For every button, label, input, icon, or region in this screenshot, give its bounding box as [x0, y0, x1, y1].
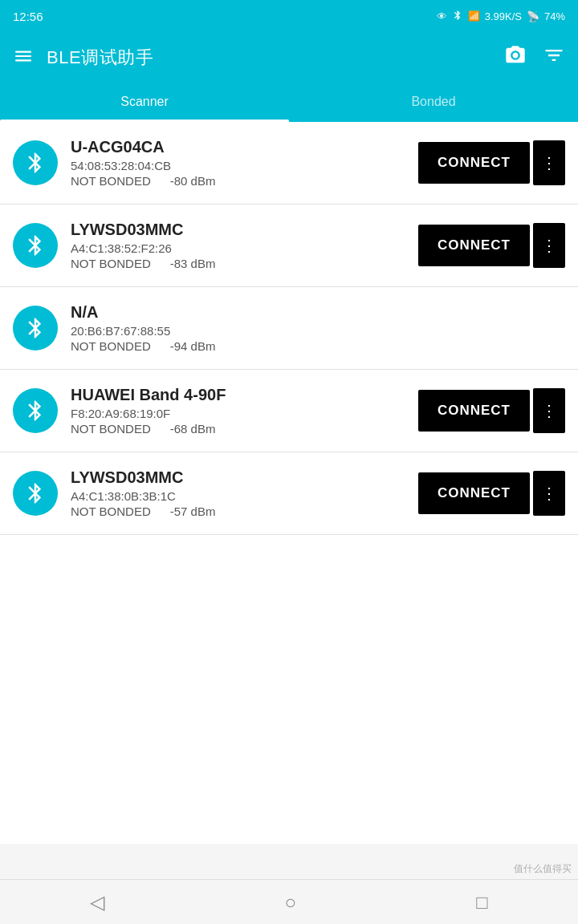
connect-button[interactable]: CONNECT	[418, 142, 530, 184]
bluetooth-icon	[13, 140, 58, 185]
device-bond-status: NOT BONDED	[71, 422, 151, 436]
eye-icon: 👁	[437, 10, 447, 22]
more-options-button[interactable]: ⋮	[533, 388, 565, 433]
device-actions: CONNECT ⋮	[418, 388, 565, 433]
device-name: HUAWEI Band 4-90F	[71, 386, 418, 404]
bluetooth-status-icon	[452, 10, 463, 23]
device-mac: A4:C1:38:0B:3B:1C	[71, 489, 418, 503]
connect-button[interactable]: CONNECT	[418, 225, 530, 266]
device-info: LYWSD03MMC A4:C1:38:0B:3B:1C NOT BONDED …	[71, 468, 418, 518]
device-status-row: NOT BONDED -83 dBm	[71, 257, 418, 270]
device-info: U-ACG04CA 54:08:53:28:04:CB NOT BONDED -…	[71, 138, 418, 188]
device-bond-status: NOT BONDED	[71, 174, 151, 188]
device-bond-status: NOT BONDED	[71, 257, 151, 270]
device-name: N/A	[71, 303, 565, 322]
battery-level: 74%	[544, 10, 565, 22]
app-title: BLE调试助手	[47, 46, 504, 70]
device-actions: CONNECT ⋮	[418, 140, 565, 185]
bottom-nav: ◁ ○ □	[0, 879, 578, 924]
device-mac: A4:C1:38:52:F2:26	[71, 241, 418, 255]
more-options-button[interactable]: ⋮	[533, 471, 565, 516]
device-status-row: NOT BONDED -68 dBm	[71, 422, 418, 436]
device-mac: 54:08:53:28:04:CB	[71, 159, 418, 172]
more-options-button[interactable]: ⋮	[533, 140, 565, 185]
device-rssi: -94 dBm	[170, 339, 216, 353]
network-speed: 3.99K/S	[485, 10, 522, 22]
device-bond-status: NOT BONDED	[71, 505, 151, 518]
device-info: LYWSD03MMC A4:C1:38:52:F2:26 NOT BONDED …	[71, 221, 418, 270]
device-item: HUAWEI Band 4-90F F8:20:A9:68:19:0F NOT …	[0, 370, 578, 452]
back-button[interactable]: ◁	[90, 891, 104, 914]
device-actions: CONNECT ⋮	[418, 471, 565, 516]
device-info: HUAWEI Band 4-90F F8:20:A9:68:19:0F NOT …	[71, 386, 418, 436]
bluetooth-icon	[13, 306, 58, 351]
device-rssi: -80 dBm	[170, 174, 216, 188]
device-status-row: NOT BONDED -94 dBm	[71, 339, 565, 353]
recents-button[interactable]: □	[476, 891, 488, 914]
status-icons: 👁 📶 3.99K/S 📡 74%	[437, 10, 565, 23]
device-bond-status: NOT BONDED	[71, 339, 151, 353]
device-rssi: -68 dBm	[170, 422, 216, 436]
device-info: N/A 20:B6:B7:67:88:55 NOT BONDED -94 dBm	[71, 303, 565, 353]
bluetooth-icon	[13, 388, 58, 433]
device-list: U-ACG04CA 54:08:53:28:04:CB NOT BONDED -…	[0, 122, 578, 535]
device-rssi: -83 dBm	[170, 257, 216, 270]
camera-button[interactable]	[504, 44, 527, 72]
signal-icon: 📶	[468, 10, 480, 22]
device-mac: 20:B6:B7:67:88:55	[71, 324, 565, 338]
app-bar-actions	[504, 44, 565, 72]
device-status-row: NOT BONDED -80 dBm	[71, 174, 418, 188]
device-item: U-ACG04CA 54:08:53:28:04:CB NOT BONDED -…	[0, 122, 578, 205]
home-button[interactable]: ○	[284, 891, 296, 914]
connect-button[interactable]: CONNECT	[418, 472, 530, 514]
tab-content: U-ACG04CA 54:08:53:28:04:CB NOT BONDED -…	[0, 122, 578, 844]
device-mac: F8:20:A9:68:19:0F	[71, 407, 418, 420]
menu-button[interactable]	[13, 46, 34, 70]
connect-button[interactable]: CONNECT	[418, 390, 530, 432]
bluetooth-icon	[13, 223, 58, 268]
device-rssi: -57 dBm	[170, 505, 216, 518]
wifi-icon: 📡	[527, 10, 539, 22]
device-name: LYWSD03MMC	[71, 468, 418, 487]
device-actions: CONNECT ⋮	[418, 223, 565, 268]
more-options-button[interactable]: ⋮	[533, 223, 565, 268]
app-bar: BLE调试助手	[0, 32, 578, 83]
tab-bonded[interactable]: Bonded	[289, 83, 578, 120]
status-time: 12:56	[13, 10, 43, 23]
device-item: N/A 20:B6:B7:67:88:55 NOT BONDED -94 dBm	[0, 287, 578, 370]
device-name: U-ACG04CA	[71, 138, 418, 156]
device-item: LYWSD03MMC A4:C1:38:0B:3B:1C NOT BONDED …	[0, 452, 578, 535]
device-item: LYWSD03MMC A4:C1:38:52:F2:26 NOT BONDED …	[0, 205, 578, 287]
device-name: LYWSD03MMC	[71, 221, 418, 239]
device-status-row: NOT BONDED -57 dBm	[71, 505, 418, 518]
tabs-bar: Scanner Bonded	[0, 83, 578, 122]
watermark: 值什么值得买	[514, 862, 572, 876]
filter-button[interactable]	[543, 44, 565, 72]
tab-scanner[interactable]: Scanner	[0, 83, 289, 120]
bluetooth-icon	[13, 471, 58, 516]
status-bar: 12:56 👁 📶 3.99K/S 📡 74%	[0, 0, 578, 32]
